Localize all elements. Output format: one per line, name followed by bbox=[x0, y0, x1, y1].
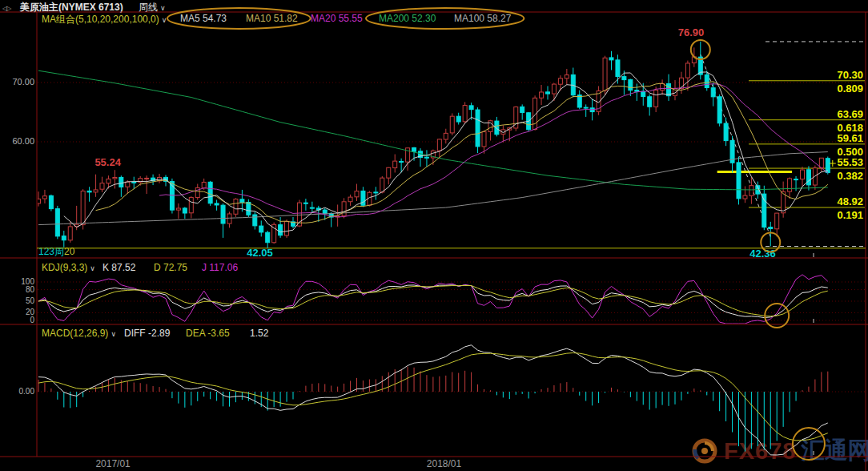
fib-ratio-label: 0.191 bbox=[826, 209, 863, 221]
kdj-value-d: D 72.75 bbox=[154, 262, 187, 273]
ma-settings[interactable]: MA组合(5,10,20,200,100,0)∨ bbox=[42, 13, 167, 26]
macd-settings-label: MACD(12,26,9) bbox=[42, 328, 108, 339]
ma-value-ma200: MA200 52.30 bbox=[379, 13, 436, 24]
chevron-down-icon: ∨ bbox=[90, 264, 95, 272]
bar-count-label: 123周20 bbox=[38, 245, 74, 259]
watermark: FX678 汇通网 bbox=[690, 435, 868, 467]
kdj-axis-label: 80 bbox=[1, 285, 34, 294]
ma-settings-label: MA组合(5,10,20,200,100,0) bbox=[42, 14, 159, 25]
macd-value-diff: DIFF -2.89 bbox=[124, 328, 170, 339]
ma-value-ma100: MA100 58.27 bbox=[454, 13, 511, 24]
peak-price-label: 76.90 bbox=[678, 26, 705, 38]
chart-canvas[interactable] bbox=[0, 0, 868, 471]
macd-value-bar: 1.52 bbox=[250, 328, 268, 339]
ma-value-ma10: MA10 51.82 bbox=[246, 13, 298, 24]
fib-price-label: 59.61 bbox=[826, 132, 863, 144]
fib-ratio-label: 0.382 bbox=[826, 170, 863, 182]
price-axis-label: 60.00 bbox=[1, 136, 34, 146]
x-axis-label: 2017/01 bbox=[95, 458, 130, 469]
price-axis-label: 70.00 bbox=[1, 77, 34, 87]
watermark-site: 汇通网 bbox=[801, 435, 868, 467]
ma-value-ma20: MA20 55.55 bbox=[311, 13, 363, 24]
local-high-label: 55.24 bbox=[94, 156, 121, 168]
x-axis-label: 2018/01 bbox=[427, 458, 461, 469]
collapse-icon[interactable]: ◁▷ bbox=[2, 2, 10, 13]
fib-price-label: 70.30 bbox=[826, 69, 863, 81]
fib-price-label: 48.92 bbox=[826, 195, 863, 207]
chevron-down-icon: ∨ bbox=[111, 330, 116, 338]
peak-circle bbox=[691, 40, 710, 59]
macd-value-dea: DEA -3.65 bbox=[186, 328, 230, 339]
period-label: 周线 bbox=[139, 2, 158, 13]
macd-settings[interactable]: MACD(12,26,9)∨ bbox=[42, 328, 116, 339]
kdj-value-k: K 87.52 bbox=[102, 262, 135, 273]
ma-value-ma5: MA5 54.73 bbox=[180, 13, 227, 24]
macd-axis-label: 0.00 bbox=[1, 387, 34, 396]
fib-price-label: 55.53 bbox=[826, 156, 863, 168]
kdj-value-j: J 117.06 bbox=[202, 262, 238, 273]
kdj-axis-label: 0 bbox=[1, 316, 34, 324]
fib-ratio-label: 0.809 bbox=[826, 83, 863, 95]
fib-price-label: 63.69 bbox=[826, 108, 863, 120]
chevron-down-icon: ∨ bbox=[162, 16, 167, 24]
kdj-cross-circle bbox=[765, 304, 789, 328]
kdj-axis-label: 50 bbox=[1, 296, 34, 305]
trough-price-label: 42.36 bbox=[749, 248, 776, 260]
chart-window: ◁▷ 美原油主(NYMEX 6713) 周线∨ MA组合(5,10,20,200… bbox=[0, 0, 868, 471]
kdj-settings-label: KDJ(9,3,3) bbox=[42, 262, 87, 273]
watermark-brand: FX678 bbox=[724, 438, 796, 465]
chevron-down-icon: ∨ bbox=[160, 4, 166, 12]
fx678-logo-icon bbox=[690, 437, 719, 465]
kdj-settings[interactable]: KDJ(9,3,3)∨ bbox=[42, 262, 95, 273]
local-low-label: 42.05 bbox=[247, 247, 273, 259]
